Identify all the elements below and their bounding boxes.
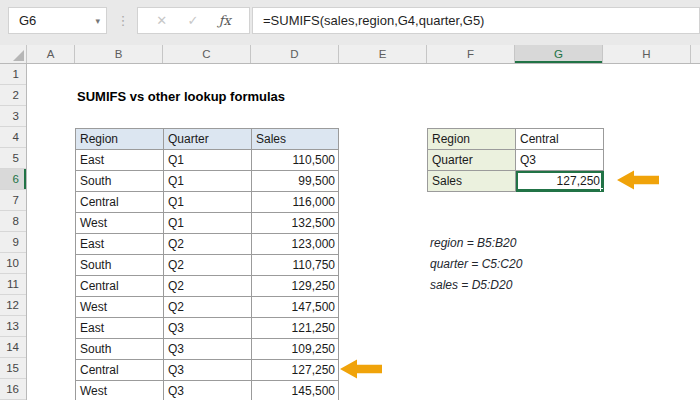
main-table-cell[interactable]: Q3 xyxy=(164,360,252,381)
table-row: WestQ1132,500 xyxy=(76,213,339,234)
main-table-cell[interactable]: 109,250 xyxy=(252,339,339,360)
enter-icon[interactable]: ✓ xyxy=(187,13,198,28)
table-row: CentralQ1116,000 xyxy=(76,192,339,213)
table-row: SouthQ199,500 xyxy=(76,171,339,192)
column-header-h[interactable]: H xyxy=(603,45,691,63)
formula-bar-buttons: ✕ ✓ ƒx xyxy=(137,7,250,34)
row-header-7[interactable]: 7 xyxy=(0,190,26,211)
column-header-f[interactable]: F xyxy=(427,45,515,63)
main-table-cell[interactable]: West xyxy=(76,381,164,400)
table-row: EastQ1110,500 xyxy=(76,150,339,171)
lookup-value-cell[interactable]: Q3 xyxy=(516,150,604,171)
name-box[interactable]: G6 ▾ xyxy=(8,7,107,34)
insert-function-icon[interactable]: ƒx xyxy=(219,13,231,28)
table-row: WestQ2147,500 xyxy=(76,297,339,318)
named-range-note[interactable]: region = B5:B20 xyxy=(430,233,516,254)
main-table-cell[interactable]: Q3 xyxy=(164,381,252,400)
resize-dots-icon: ⋮ xyxy=(117,7,129,34)
main-table-cell[interactable]: West xyxy=(76,297,164,318)
main-table-cell[interactable]: Q2 xyxy=(164,234,252,255)
main-table-cell[interactable]: Q3 xyxy=(164,339,252,360)
main-table-cell[interactable]: 99,500 xyxy=(252,171,339,192)
main-table-cell[interactable]: East xyxy=(76,234,164,255)
main-table-cell[interactable]: 121,250 xyxy=(252,318,339,339)
row-header-11[interactable]: 11 xyxy=(0,274,26,295)
row-header-15[interactable]: 15 xyxy=(0,358,26,379)
main-table-cell[interactable]: Q3 xyxy=(164,318,252,339)
main-table-cell[interactable]: 145,500 xyxy=(252,381,339,400)
row-header-12[interactable]: 12 xyxy=(0,295,26,316)
main-table-cell[interactable]: West xyxy=(76,213,164,234)
main-table-cell[interactable]: 110,750 xyxy=(252,255,339,276)
main-table-cell[interactable]: Q2 xyxy=(164,297,252,318)
main-table-header-cell[interactable]: Quarter xyxy=(164,129,252,150)
main-table-cell[interactable]: Q1 xyxy=(164,192,252,213)
row-header-10[interactable]: 10 xyxy=(0,253,26,274)
chevron-down-icon[interactable]: ▾ xyxy=(95,16,100,26)
row-header-1[interactable]: 1 xyxy=(0,64,26,85)
main-table-header-row: RegionQuarterSales xyxy=(76,129,339,150)
column-header-e[interactable]: E xyxy=(339,45,427,63)
main-table-cell[interactable]: Q1 xyxy=(164,213,252,234)
table-row: EastQ3121,250 xyxy=(76,318,339,339)
main-table-cell[interactable]: 129,250 xyxy=(252,276,339,297)
lookup-row: RegionCentral xyxy=(428,129,604,150)
main-table-cell[interactable]: 147,500 xyxy=(252,297,339,318)
column-header-g[interactable]: G xyxy=(515,45,603,63)
row-header-13[interactable]: 13 xyxy=(0,316,26,337)
row-header-16[interactable]: 16 xyxy=(0,379,26,400)
row-header-4[interactable]: 4 xyxy=(0,127,26,148)
table-row: SouthQ3109,250 xyxy=(76,339,339,360)
main-table-cell[interactable]: 123,000 xyxy=(252,234,339,255)
main-table-cell[interactable]: Central xyxy=(76,276,164,297)
column-header-a[interactable]: A xyxy=(27,45,75,63)
table-row: CentralQ3127,250 xyxy=(76,360,339,381)
main-table-header-cell[interactable]: Sales xyxy=(252,129,339,150)
lookup-label-cell[interactable]: Quarter xyxy=(428,150,516,171)
row-header-6[interactable]: 6 xyxy=(0,169,26,190)
lookup-table: RegionCentralQuarterQ3Sales127,250 xyxy=(427,128,604,192)
main-table-cell[interactable]: South xyxy=(76,339,164,360)
row-header-3[interactable]: 3 xyxy=(0,106,26,127)
row-header-14[interactable]: 14 xyxy=(0,337,26,358)
main-table-cell[interactable]: Q2 xyxy=(164,276,252,297)
main-table: RegionQuarterSalesEastQ1110,500SouthQ199… xyxy=(75,128,339,400)
active-cell-g6[interactable]: 127,250 xyxy=(516,171,604,192)
main-table-cell[interactable]: South xyxy=(76,171,164,192)
column-header-d[interactable]: D xyxy=(251,45,339,63)
lookup-label-cell[interactable]: Sales xyxy=(428,171,516,192)
lookup-value-cell[interactable]: Central xyxy=(516,129,604,150)
row-header-8[interactable]: 8 xyxy=(0,211,26,232)
column-header-b[interactable]: B xyxy=(75,45,163,63)
main-table-cell[interactable]: Q2 xyxy=(164,255,252,276)
named-range-note[interactable]: sales = D5:D20 xyxy=(430,275,512,296)
column-header-c[interactable]: C xyxy=(163,45,251,63)
main-table-cell[interactable]: 110,500 xyxy=(252,150,339,171)
main-table-cell[interactable]: Q1 xyxy=(164,150,252,171)
row-header-9[interactable]: 9 xyxy=(0,232,26,253)
main-table-cell[interactable]: East xyxy=(76,150,164,171)
select-all-button[interactable] xyxy=(0,45,27,63)
fill-handle[interactable] xyxy=(600,188,604,192)
main-table-cell[interactable]: 127,250 xyxy=(252,360,339,381)
row-header-5[interactable]: 5 xyxy=(0,148,26,169)
excel-window: G6 ▾ ⋮ ✕ ✓ ƒx =SUMIFS(sales,region,G4,qu… xyxy=(0,0,700,400)
main-table-header-cell[interactable]: Region xyxy=(76,129,164,150)
named-range-note[interactable]: quarter = C5:C20 xyxy=(430,254,522,275)
lookup-label-cell[interactable]: Region xyxy=(428,129,516,150)
main-table-cell[interactable]: South xyxy=(76,255,164,276)
table-row: CentralQ2129,250 xyxy=(76,276,339,297)
table-row: EastQ2123,000 xyxy=(76,234,339,255)
main-table-cell[interactable]: 132,500 xyxy=(252,213,339,234)
table-row: WestQ3145,500 xyxy=(76,381,339,400)
formula-input[interactable]: =SUMIFS(sales,region,G4,quarter,G5) xyxy=(252,7,700,34)
main-table-cell[interactable]: Q1 xyxy=(164,171,252,192)
cancel-icon[interactable]: ✕ xyxy=(156,13,167,28)
main-table-cell[interactable]: Central xyxy=(76,360,164,381)
sheet-title-cell[interactable]: SUMIFS vs other lookup formulas xyxy=(77,86,285,107)
row-header-2[interactable]: 2 xyxy=(0,85,26,106)
source-row-arrow-icon xyxy=(340,358,382,380)
main-table-cell[interactable]: 116,000 xyxy=(252,192,339,213)
main-table-cell[interactable]: East xyxy=(76,318,164,339)
main-table-cell[interactable]: Central xyxy=(76,192,164,213)
